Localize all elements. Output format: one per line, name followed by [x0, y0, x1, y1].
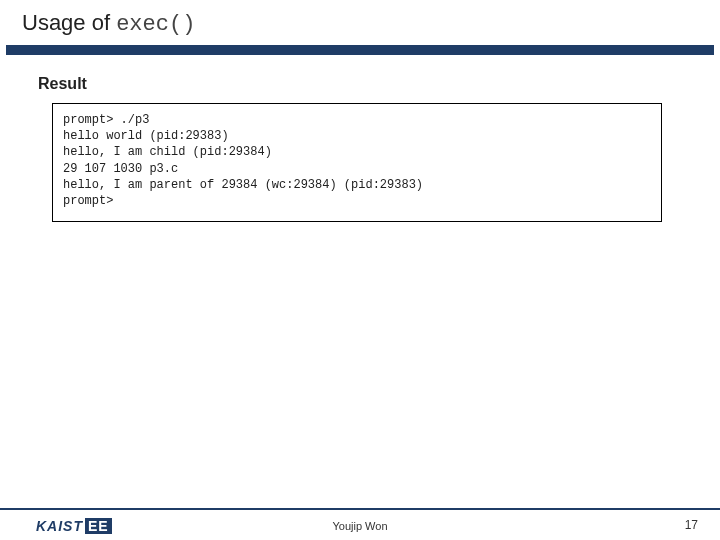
title-code: exec() — [116, 12, 195, 37]
section-heading: Result — [38, 75, 720, 93]
terminal-output: prompt> ./p3 hello world (pid:29383) hel… — [52, 103, 662, 222]
slide-title: Usage of exec() — [0, 0, 720, 41]
page-number: 17 — [685, 518, 698, 532]
author-name: Youjip Won — [332, 520, 387, 532]
logo: KAISTEE — [36, 518, 112, 534]
slide: Usage of exec() Result prompt> ./p3 hell… — [0, 0, 720, 540]
footer: KAISTEE Youjip Won 17 — [0, 508, 720, 540]
logo-main: KAIST — [36, 518, 83, 534]
title-prefix: Usage of — [22, 10, 116, 35]
title-divider — [6, 45, 714, 55]
logo-suffix: EE — [85, 518, 112, 534]
content-section: Result prompt> ./p3 hello world (pid:293… — [0, 55, 720, 222]
